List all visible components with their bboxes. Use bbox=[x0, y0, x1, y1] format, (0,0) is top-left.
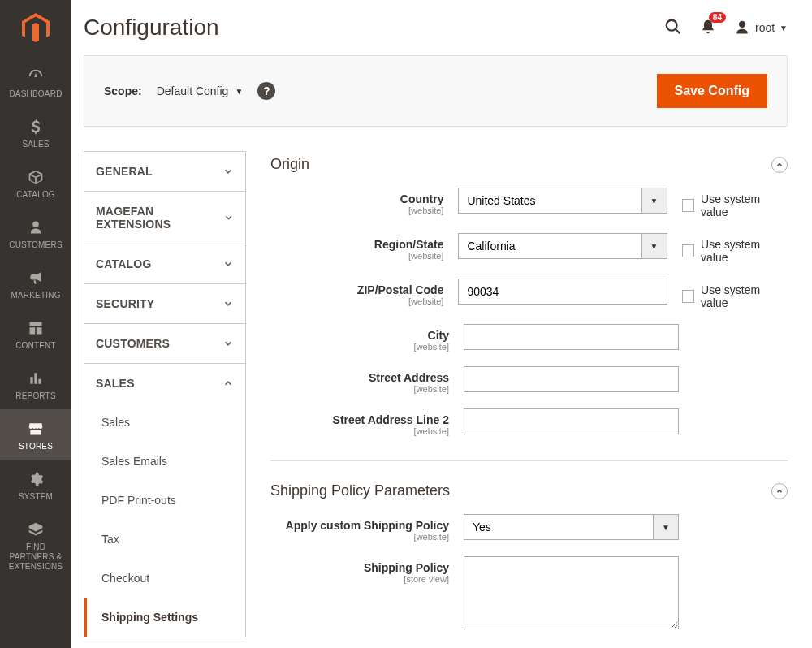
chevron-down-icon: ▼ bbox=[780, 24, 788, 32]
region-value[interactable] bbox=[458, 233, 641, 259]
chevron-down-icon: ▼ bbox=[641, 233, 667, 259]
nav-system[interactable]: SYSTEM bbox=[0, 460, 71, 510]
street1-input[interactable] bbox=[464, 366, 679, 392]
fieldset-title: Shipping Policy Parameters bbox=[270, 482, 450, 499]
svg-line-1 bbox=[676, 28, 680, 33]
svg-point-0 bbox=[667, 19, 677, 30]
tab-item-shipping-settings[interactable]: Shipping Settings bbox=[84, 598, 245, 637]
main-content: Configuration 84 root ▼ Scope: bbox=[71, 0, 812, 648]
nav-dashboard[interactable]: DASHBOARD bbox=[0, 57, 71, 107]
config-tabs: GENERAL MAGEFAN EXTENSIONS CATALOG bbox=[84, 151, 246, 637]
chevron-down-icon bbox=[223, 212, 234, 223]
form-panel: Origin Country [website] ▼ bbox=[270, 151, 788, 648]
chevron-down-icon: ▼ bbox=[235, 87, 243, 96]
person-icon bbox=[28, 218, 43, 237]
tab-item-tax[interactable]: Tax bbox=[84, 520, 245, 559]
user-menu[interactable]: root ▼ bbox=[734, 19, 788, 36]
gear-icon bbox=[28, 469, 44, 489]
country-select[interactable]: ▼ bbox=[458, 188, 667, 214]
field-street2: Street Address Line 2 [website] bbox=[270, 408, 788, 436]
storefront-icon bbox=[27, 419, 45, 438]
tab-customers[interactable]: CUSTOMERS bbox=[84, 324, 245, 363]
megaphone-icon bbox=[27, 268, 45, 287]
street2-input[interactable] bbox=[464, 408, 679, 434]
zip-input[interactable] bbox=[458, 279, 667, 305]
scope-value: Default Config bbox=[157, 84, 229, 97]
nav-content[interactable]: CONTENT bbox=[0, 309, 71, 359]
scope-bar: Scope: Default Config ▼ ? Save Config bbox=[84, 55, 788, 127]
save-config-button[interactable]: Save Config bbox=[657, 74, 767, 108]
scope-label: Scope: bbox=[104, 84, 142, 97]
city-input[interactable] bbox=[464, 324, 679, 350]
user-icon bbox=[734, 19, 750, 36]
fieldset-shipping-policy-toggle[interactable]: Shipping Policy Parameters bbox=[270, 477, 788, 514]
fieldset-origin: Origin Country [website] ▼ bbox=[270, 151, 788, 436]
chevron-down-icon bbox=[222, 338, 234, 349]
nav-sales[interactable]: SALES bbox=[0, 107, 71, 158]
fieldset-origin-toggle[interactable]: Origin bbox=[270, 151, 788, 188]
search-icon bbox=[664, 18, 682, 36]
user-name: root bbox=[755, 21, 775, 34]
field-region: Region/State [website] ▼ Use system valu… bbox=[270, 233, 788, 264]
field-zip: ZIP/Postal Code [website] Use system val… bbox=[270, 279, 788, 309]
tab-sales[interactable]: SALES bbox=[84, 364, 245, 403]
search-button[interactable] bbox=[664, 18, 682, 38]
country-value[interactable] bbox=[458, 188, 641, 214]
shipping-policy-textarea[interactable] bbox=[464, 556, 679, 629]
chevron-down-icon bbox=[222, 258, 234, 270]
header-actions: 84 root ▼ bbox=[664, 18, 788, 38]
layout-icon bbox=[28, 318, 44, 338]
field-country: Country [website] ▼ Use system value bbox=[270, 188, 788, 218]
field-apply-policy: Apply custom Shipping Policy [website] ▼ bbox=[270, 514, 788, 542]
page-title: Configuration bbox=[84, 15, 219, 41]
field-shipping-policy: Shipping Policy [store view] bbox=[270, 556, 788, 632]
fieldset-title: Origin bbox=[270, 156, 309, 173]
collapse-icon bbox=[771, 157, 788, 173]
magento-logo-icon bbox=[22, 13, 50, 44]
page-header: Configuration 84 root ▼ bbox=[71, 0, 812, 55]
nav-catalog[interactable]: CATALOG bbox=[0, 158, 71, 208]
dollar-icon bbox=[28, 117, 44, 136]
apply-policy-select[interactable]: ▼ bbox=[464, 514, 679, 540]
nav-customers[interactable]: CUSTOMERS bbox=[0, 208, 71, 258]
tab-item-pdf[interactable]: PDF Print-outs bbox=[84, 481, 245, 520]
tab-magefan[interactable]: MAGEFAN EXTENSIONS bbox=[84, 192, 245, 244]
nav-partners[interactable]: FIND PARTNERS & EXTENSIONS bbox=[0, 510, 71, 580]
tab-security[interactable]: SECURITY bbox=[84, 284, 245, 323]
fieldset-shipping-policy: Shipping Policy Parameters Apply custom … bbox=[270, 477, 788, 632]
nav-stores[interactable]: STORES bbox=[0, 409, 71, 460]
apply-policy-value[interactable] bbox=[464, 514, 653, 540]
country-use-system-checkbox[interactable] bbox=[682, 199, 695, 212]
help-icon[interactable]: ? bbox=[257, 82, 275, 100]
field-city: City [website] bbox=[270, 324, 788, 352]
field-street1: Street Address [website] bbox=[270, 366, 788, 394]
collapse-icon bbox=[771, 483, 788, 499]
nav-marketing[interactable]: MARKETING bbox=[0, 258, 71, 309]
chevron-down-icon bbox=[222, 166, 234, 177]
region-select[interactable]: ▼ bbox=[458, 233, 667, 259]
scope-selector[interactable]: Default Config ▼ bbox=[157, 84, 244, 97]
zip-use-system-checkbox[interactable] bbox=[682, 290, 695, 303]
admin-sidebar: DASHBOARD SALES CATALOG CUSTOMERS MARKET… bbox=[0, 0, 71, 648]
tab-item-sales-emails[interactable]: Sales Emails bbox=[84, 442, 245, 481]
bars-icon bbox=[28, 369, 44, 388]
divider bbox=[270, 460, 788, 461]
chevron-up-icon bbox=[222, 378, 234, 389]
tab-catalog[interactable]: CATALOG bbox=[84, 244, 245, 283]
tab-item-sales[interactable]: Sales bbox=[84, 403, 245, 442]
region-use-system-checkbox[interactable] bbox=[682, 244, 695, 257]
chevron-down-icon: ▼ bbox=[653, 514, 679, 540]
logo[interactable] bbox=[0, 0, 71, 57]
notification-badge: 84 bbox=[709, 12, 726, 23]
box-icon bbox=[28, 167, 44, 187]
partners-icon bbox=[27, 520, 45, 539]
nav-reports[interactable]: REPORTS bbox=[0, 359, 71, 409]
tab-item-checkout[interactable]: Checkout bbox=[84, 559, 245, 598]
chevron-down-icon: ▼ bbox=[641, 188, 667, 214]
dashboard-icon bbox=[27, 67, 45, 86]
chevron-down-icon bbox=[222, 298, 234, 309]
notifications-button[interactable]: 84 bbox=[700, 19, 716, 37]
tab-general[interactable]: GENERAL bbox=[84, 152, 245, 191]
